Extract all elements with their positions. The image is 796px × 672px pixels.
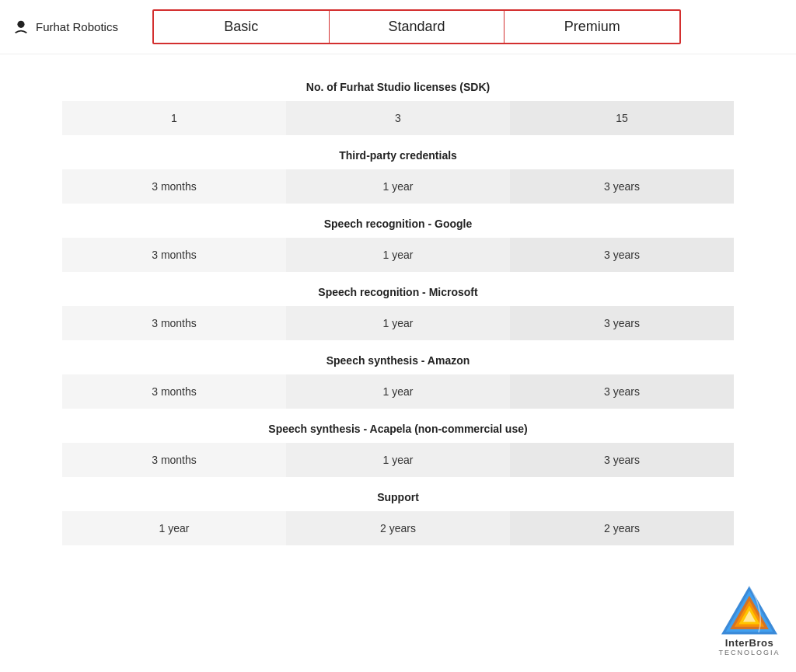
- cell-5-standard: 1 year: [286, 443, 510, 477]
- section-title-2: Speech recognition - Google: [62, 207, 734, 238]
- cell-2-standard: 1 year: [286, 238, 510, 272]
- header: Furhat Robotics Basic Standard Premium: [0, 0, 796, 54]
- section-row-4: 3 months1 year3 years: [62, 374, 734, 409]
- logo-area: Furhat Robotics: [12, 19, 152, 36]
- section-row-0: 1315: [62, 101, 734, 135]
- cell-6-basic: 1 year: [62, 511, 286, 545]
- cell-1-standard: 1 year: [286, 169, 510, 204]
- section-4: Speech synthesis - Amazon3 months1 year3…: [62, 343, 734, 409]
- cell-2-premium: 3 years: [510, 238, 734, 272]
- main-content: No. of Furhat Studio licenses (SDK)1315T…: [0, 54, 796, 580]
- cell-3-basic: 3 months: [62, 306, 286, 340]
- cell-4-premium: 3 years: [510, 374, 734, 409]
- cell-0-premium: 15: [510, 101, 734, 135]
- section-row-3: 3 months1 year3 years: [62, 306, 734, 340]
- cell-5-premium: 3 years: [510, 443, 734, 477]
- cell-1-basic: 3 months: [62, 169, 286, 204]
- cell-0-basic: 1: [62, 101, 286, 135]
- section-5: Speech synthesis - Acapela (non-commerci…: [62, 412, 734, 477]
- cell-6-premium: 2 years: [510, 511, 734, 545]
- cell-4-basic: 3 months: [62, 374, 286, 409]
- section-3: Speech recognition - Microsoft3 months1 …: [62, 275, 734, 340]
- cell-2-basic: 3 months: [62, 238, 286, 272]
- interbros-sub: TECNOLOGIA: [718, 649, 780, 656]
- section-title-1: Third-party credentials: [62, 138, 734, 169]
- section-title-6: Support: [62, 480, 734, 511]
- section-2: Speech recognition - Google3 months1 yea…: [62, 207, 734, 272]
- logo-text: Furhat Robotics: [36, 20, 118, 33]
- section-1: Third-party credentials3 months1 year3 y…: [62, 138, 734, 204]
- section-title-3: Speech recognition - Microsoft: [62, 275, 734, 306]
- cell-5-basic: 3 months: [62, 443, 286, 477]
- furhat-logo-icon: [12, 19, 30, 36]
- cell-4-standard: 1 year: [286, 374, 510, 409]
- cell-3-premium: 3 years: [510, 306, 734, 340]
- plan-tabs: Basic Standard Premium: [152, 9, 681, 44]
- cell-3-standard: 1 year: [286, 306, 510, 340]
- section-title-0: No. of Furhat Studio licenses (SDK): [62, 70, 734, 101]
- tab-standard[interactable]: Standard: [330, 11, 505, 43]
- section-title-4: Speech synthesis - Amazon: [62, 343, 734, 374]
- section-row-5: 3 months1 year3 years: [62, 443, 734, 477]
- cell-1-premium: 3 years: [510, 169, 734, 204]
- section-0: No. of Furhat Studio licenses (SDK)1315: [62, 70, 734, 135]
- section-title-5: Speech synthesis - Acapela (non-commerci…: [62, 412, 734, 443]
- interbros-logo-icon: [718, 580, 780, 635]
- cell-6-standard: 2 years: [286, 511, 510, 545]
- section-6: Support1 year2 years2 years: [62, 480, 734, 545]
- svg-point-0: [17, 20, 24, 27]
- section-row-1: 3 months1 year3 years: [62, 169, 734, 204]
- tab-basic[interactable]: Basic: [154, 11, 330, 43]
- section-row-6: 1 year2 years2 years: [62, 511, 734, 545]
- tab-premium[interactable]: Premium: [504, 11, 679, 43]
- section-row-2: 3 months1 year3 years: [62, 238, 734, 272]
- footer-logo: InterBros TECNOLOGIA: [718, 580, 780, 656]
- interbros-brand: InterBros: [725, 637, 773, 649]
- cell-0-standard: 3: [286, 101, 510, 135]
